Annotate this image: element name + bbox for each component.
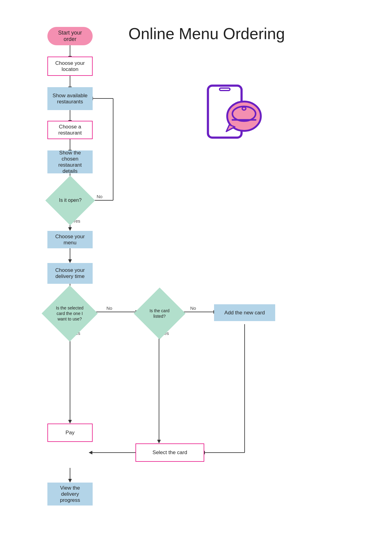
pay-node: Pay xyxy=(47,424,93,442)
svg-text:No: No xyxy=(190,306,196,311)
is-open-label: Is it open? xyxy=(59,198,82,203)
pay-label: Pay xyxy=(65,430,74,436)
view-delivery-label: View the delivery progress xyxy=(52,485,88,503)
choose-menu-node: Choose your menu xyxy=(47,231,93,248)
page-title: Online Menu Ordering xyxy=(128,24,285,43)
choose-delivery-label: Choose your delivery time xyxy=(55,267,85,280)
view-delivery-node: View the delivery progress xyxy=(47,483,93,506)
app-icon xyxy=(199,80,266,147)
is-card-listed-label: Is the card listed? xyxy=(150,308,169,319)
svg-text:No: No xyxy=(97,194,102,199)
is-selected-card-node: Is the selected card the one I want to u… xyxy=(29,297,112,330)
show-restaurants-label: Show available restaurants xyxy=(53,93,87,105)
svg-marker-26 xyxy=(68,259,72,263)
show-details-label: Show the chosen restaurant details xyxy=(52,150,88,174)
choose-restaurant-label: Choose a restaurant xyxy=(53,124,87,136)
svg-rect-1 xyxy=(220,88,230,91)
svg-marker-42 xyxy=(157,440,161,443)
select-card-node: Select the card xyxy=(135,443,204,462)
svg-marker-18 xyxy=(68,227,72,231)
svg-marker-47 xyxy=(68,479,72,483)
choose-delivery-node: Choose your delivery time xyxy=(47,263,93,284)
svg-marker-45 xyxy=(89,451,92,454)
choose-location-label: Choose your locaton xyxy=(53,60,87,72)
show-details-node: Show the chosen restaurant details xyxy=(47,150,93,173)
svg-point-6 xyxy=(242,107,246,110)
start-label: Start your order xyxy=(54,30,87,43)
is-open-node: Is it open? xyxy=(46,187,94,214)
start-node: Start your order xyxy=(47,27,93,45)
choose-restaurant-node: Choose a restaurant xyxy=(47,121,93,139)
is-card-listed-node: Is the card listed? xyxy=(135,297,185,330)
choose-menu-label: Choose your menu xyxy=(52,234,88,246)
is-selected-card-label: Is the selected card the one I want to u… xyxy=(56,306,83,321)
svg-marker-30 xyxy=(68,420,72,424)
add-new-card-node: Add the new card xyxy=(214,304,275,321)
show-restaurants-node: Show available restaurants xyxy=(47,87,93,110)
add-new-card-label: Add the new card xyxy=(224,310,265,316)
choose-location-node: Choose your locaton xyxy=(47,57,93,76)
select-card-label: Select the card xyxy=(153,450,187,456)
